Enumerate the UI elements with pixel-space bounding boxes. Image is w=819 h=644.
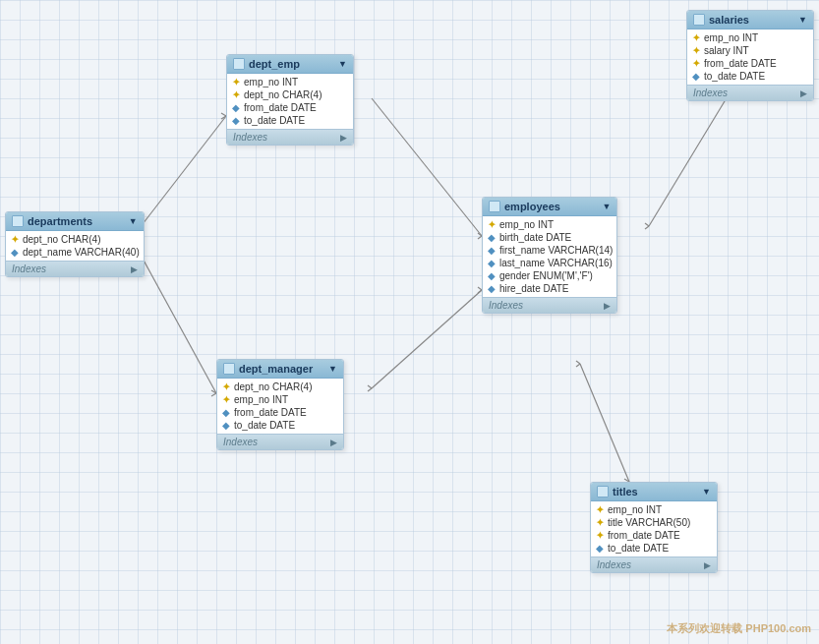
diamond-icon: ◆ bbox=[487, 259, 497, 268]
table-icon bbox=[693, 14, 705, 26]
field-name: salary INT bbox=[704, 45, 749, 56]
field-row: ✦from_date DATE bbox=[591, 529, 717, 542]
indexes-expand-icon[interactable]: ▶ bbox=[330, 438, 337, 447]
indexes-expand-icon[interactable]: ▶ bbox=[704, 560, 711, 570]
diamond-icon: ◆ bbox=[487, 233, 497, 243]
field-row: ✦emp_no INT bbox=[217, 393, 343, 406]
field-name: last_name VARCHAR(16) bbox=[499, 258, 613, 268]
table-name: titles bbox=[613, 486, 698, 498]
indexes-label: Indexes bbox=[489, 300, 523, 311]
field-name: emp_no INT bbox=[704, 32, 758, 43]
field-name: to_date DATE bbox=[704, 71, 765, 82]
diamond-icon: ◆ bbox=[691, 72, 701, 82]
field-name: emp_no INT bbox=[499, 219, 554, 230]
field-name: to_date DATE bbox=[234, 420, 295, 431]
field-row: ◆to_date DATE bbox=[591, 542, 717, 555]
field-row: ✦dept_no CHAR(4) bbox=[217, 381, 343, 393]
key-icon: ✦ bbox=[595, 505, 605, 515]
svg-line-25 bbox=[576, 364, 580, 367]
field-name: gender ENUM('M','F') bbox=[499, 270, 593, 281]
table-header-dept_manager[interactable]: dept_manager▼ bbox=[217, 360, 343, 379]
field-row: ◆hire_date DATE bbox=[483, 282, 616, 295]
svg-line-15 bbox=[368, 388, 372, 391]
field-row: ✦dept_no CHAR(4) bbox=[6, 233, 144, 246]
indexes-bar-departments[interactable]: Indexes▶ bbox=[6, 261, 144, 276]
indexes-label: Indexes bbox=[597, 559, 631, 570]
key-icon: ✦ bbox=[487, 220, 497, 230]
table-dropdown-icon[interactable]: ▼ bbox=[702, 487, 711, 497]
indexes-bar-dept_emp[interactable]: Indexes▶ bbox=[227, 129, 353, 145]
table-name: dept_emp bbox=[249, 58, 334, 70]
field-row: ◆to_date DATE bbox=[687, 70, 813, 83]
key-icon: ✦ bbox=[10, 235, 20, 245]
indexes-bar-dept_manager[interactable]: Indexes▶ bbox=[217, 434, 343, 449]
field-name: emp_no INT bbox=[608, 504, 662, 515]
field-row: ◆dept_name VARCHAR(40) bbox=[6, 246, 144, 259]
field-row: ✦emp_no INT bbox=[591, 503, 717, 516]
svg-line-19 bbox=[645, 223, 649, 226]
field-row: ◆gender ENUM('M','F') bbox=[483, 269, 616, 282]
key-icon: ✦ bbox=[691, 59, 701, 69]
table-name: salaries bbox=[709, 14, 794, 26]
table-header-dept_emp[interactable]: dept_emp▼ bbox=[227, 55, 353, 74]
field-name: from_date DATE bbox=[608, 530, 680, 541]
field-row: ✦dept_no CHAR(4) bbox=[227, 88, 353, 101]
table-dropdown-icon[interactable]: ▼ bbox=[338, 59, 347, 69]
watermark: 本系列欢迎转载 PHP100.com bbox=[667, 621, 811, 636]
table-dropdown-icon[interactable]: ▼ bbox=[129, 216, 138, 226]
indexes-expand-icon[interactable]: ▶ bbox=[340, 133, 347, 143]
indexes-label: Indexes bbox=[223, 437, 258, 447]
diamond-icon: ◆ bbox=[487, 246, 497, 256]
svg-line-5 bbox=[136, 246, 216, 393]
table-header-employees[interactable]: employees▼ bbox=[483, 198, 616, 216]
svg-line-21 bbox=[580, 364, 629, 482]
table-fields-dept_manager: ✦dept_no CHAR(4)✦emp_no INT◆from_date DA… bbox=[217, 379, 343, 434]
field-row: ✦emp_no INT bbox=[227, 76, 353, 88]
key-icon: ✦ bbox=[231, 78, 241, 88]
table-dropdown-icon[interactable]: ▼ bbox=[602, 202, 611, 211]
table-header-salaries[interactable]: salaries▼ bbox=[687, 11, 813, 29]
table-header-titles[interactable]: titles▼ bbox=[591, 483, 717, 501]
indexes-bar-employees[interactable]: Indexes▶ bbox=[483, 297, 616, 313]
table-dept_manager: dept_manager▼✦dept_no CHAR(4)✦emp_no INT… bbox=[216, 359, 344, 450]
table-fields-salaries: ✦emp_no INT✦salary INT✦from_date DATE◆to… bbox=[687, 29, 813, 85]
table-icon bbox=[12, 215, 24, 227]
svg-line-24 bbox=[576, 361, 580, 364]
diamond-icon: ◆ bbox=[595, 544, 605, 554]
field-row: ◆from_date DATE bbox=[227, 101, 353, 114]
table-header-departments[interactable]: departments▼ bbox=[6, 212, 144, 231]
field-name: emp_no INT bbox=[244, 77, 298, 88]
table-employees: employees▼✦emp_no INT◆birth_date DATE◆fi… bbox=[482, 197, 617, 314]
indexes-bar-salaries[interactable]: Indexes▶ bbox=[687, 85, 813, 100]
indexes-expand-icon[interactable]: ▶ bbox=[604, 301, 611, 311]
svg-line-11 bbox=[372, 290, 482, 388]
field-row: ✦title VARCHAR(50) bbox=[591, 516, 717, 529]
svg-line-8 bbox=[372, 98, 482, 236]
table-name: dept_manager bbox=[239, 363, 324, 375]
diamond-icon: ◆ bbox=[221, 408, 231, 418]
field-row: ◆to_date DATE bbox=[217, 419, 343, 432]
table-dropdown-icon[interactable]: ▼ bbox=[328, 364, 337, 374]
svg-line-20 bbox=[645, 226, 649, 229]
diamond-icon: ◆ bbox=[487, 271, 497, 281]
table-icon bbox=[489, 201, 500, 212]
indexes-expand-icon[interactable]: ▶ bbox=[131, 264, 138, 274]
field-name: from_date DATE bbox=[704, 58, 777, 69]
table-dropdown-icon[interactable]: ▼ bbox=[798, 15, 807, 25]
table-icon bbox=[597, 486, 609, 498]
diamond-icon: ◆ bbox=[231, 116, 241, 126]
key-icon: ✦ bbox=[221, 382, 231, 392]
field-name: from_date DATE bbox=[244, 102, 317, 113]
indexes-expand-icon[interactable]: ▶ bbox=[800, 88, 807, 98]
field-row: ✦emp_no INT bbox=[483, 218, 616, 231]
indexes-label: Indexes bbox=[693, 88, 728, 98]
indexes-bar-titles[interactable]: Indexes▶ bbox=[591, 556, 717, 572]
field-name: dept_no CHAR(4) bbox=[244, 89, 322, 100]
table-fields-departments: ✦dept_no CHAR(4)◆dept_name VARCHAR(40) bbox=[6, 231, 144, 261]
indexes-label: Indexes bbox=[233, 132, 267, 143]
field-row: ◆birth_date DATE bbox=[483, 231, 616, 244]
field-name: birth_date DATE bbox=[499, 232, 571, 243]
field-row: ✦from_date DATE bbox=[687, 57, 813, 70]
key-icon: ✦ bbox=[691, 33, 701, 43]
field-name: dept_name VARCHAR(40) bbox=[23, 247, 140, 258]
